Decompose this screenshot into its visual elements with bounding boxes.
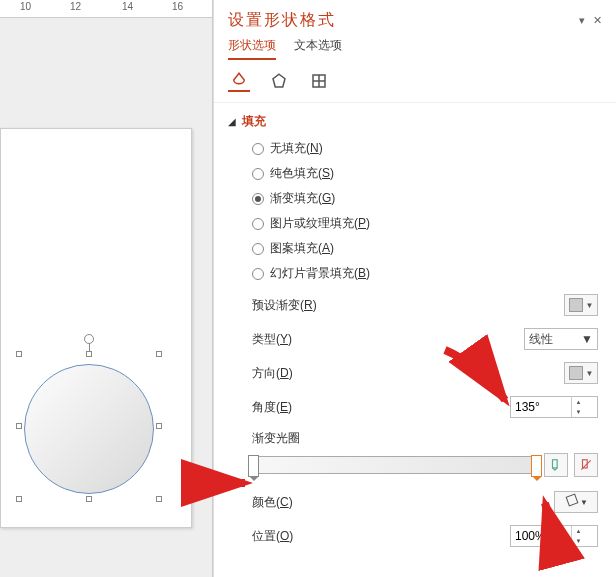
direction-row: 方向(D) ▼ bbox=[252, 362, 598, 384]
position-input[interactable] bbox=[511, 526, 571, 546]
gradient-stop-1[interactable] bbox=[248, 455, 259, 477]
radio-picture-fill[interactable]: 图片或纹理填充(P) bbox=[252, 215, 602, 232]
fill-section-header[interactable]: ◢ 填充 bbox=[214, 103, 616, 136]
position-down-button[interactable]: ▼ bbox=[572, 536, 585, 546]
fill-section-label: 填充 bbox=[242, 113, 266, 130]
gradient-stops-slider[interactable] bbox=[252, 456, 538, 474]
radio-no-fill[interactable]: 无填充(N) bbox=[252, 140, 602, 157]
rotate-handle[interactable] bbox=[84, 334, 94, 344]
selected-shape-bbox[interactable] bbox=[19, 354, 159, 499]
position-up-button[interactable]: ▲ bbox=[572, 526, 585, 536]
option-tabs: 形状选项 文本选项 bbox=[214, 37, 616, 66]
color-row: 颜色(C) ▼ bbox=[252, 491, 598, 513]
paint-bucket-icon bbox=[564, 495, 578, 509]
gradient-type-select[interactable]: 线性▼ bbox=[524, 328, 598, 350]
position-spinner[interactable]: ▲▼ bbox=[510, 525, 598, 547]
category-icon-tabs bbox=[214, 66, 616, 103]
ruler-tick: 10 bbox=[20, 1, 31, 12]
tab-shape-options[interactable]: 形状选项 bbox=[228, 37, 276, 60]
slide-canvas[interactable] bbox=[0, 18, 213, 577]
format-shape-panel: 设置形状格式 ▾ ✕ 形状选项 文本选项 ◢ 填充 无填充(N) 纯色填充(S)… bbox=[213, 0, 616, 577]
gradient-stops-label: 渐变光圈 bbox=[214, 420, 616, 451]
effects-icon[interactable] bbox=[268, 70, 290, 92]
resize-handle-bl[interactable] bbox=[16, 496, 22, 502]
angle-spinner[interactable]: ▲▼ bbox=[510, 396, 598, 418]
fill-radio-group: 无填充(N) 纯色填充(S) 渐变填充(G) 图片或纹理填充(P) 图案填充(A… bbox=[214, 136, 616, 286]
gradient-color-picker[interactable]: ▼ bbox=[554, 491, 598, 513]
preset-gradient-picker[interactable]: ▼ bbox=[564, 294, 598, 316]
radio-gradient-fill[interactable]: 渐变填充(G) bbox=[252, 190, 602, 207]
size-properties-icon[interactable] bbox=[308, 70, 330, 92]
resize-handle-ml[interactable] bbox=[16, 423, 22, 429]
collapse-triangle-icon: ◢ bbox=[228, 116, 236, 127]
angle-input[interactable] bbox=[511, 397, 571, 417]
resize-handle-tr[interactable] bbox=[156, 351, 162, 357]
ruler-tick: 16 bbox=[172, 1, 183, 12]
horizontal-ruler: 10 12 14 16 bbox=[0, 0, 213, 18]
resize-handle-mr[interactable] bbox=[156, 423, 162, 429]
panel-menu-caret-icon[interactable]: ▾ bbox=[579, 14, 585, 27]
radio-slide-bg-fill[interactable]: 幻灯片背景填充(B) bbox=[252, 265, 602, 282]
angle-down-button[interactable]: ▼ bbox=[572, 407, 585, 417]
resize-handle-br[interactable] bbox=[156, 496, 162, 502]
panel-close-icon[interactable]: ✕ bbox=[593, 14, 602, 27]
radio-solid-fill[interactable]: 纯色填充(S) bbox=[252, 165, 602, 182]
resize-handle-bm[interactable] bbox=[86, 496, 92, 502]
position-row: 位置(O) ▲▼ bbox=[252, 525, 598, 547]
add-stop-button[interactable] bbox=[544, 453, 568, 477]
preset-gradient-row: 预设渐变(R) ▼ bbox=[252, 294, 598, 316]
fill-line-icon[interactable] bbox=[228, 70, 250, 92]
remove-stop-button[interactable] bbox=[574, 453, 598, 477]
gradient-direction-picker[interactable]: ▼ bbox=[564, 362, 598, 384]
type-row: 类型(Y) 线性▼ bbox=[252, 328, 598, 350]
tab-text-options[interactable]: 文本选项 bbox=[294, 37, 342, 60]
resize-handle-tm[interactable] bbox=[86, 351, 92, 357]
svg-marker-0 bbox=[273, 74, 285, 87]
ruler-tick: 14 bbox=[122, 1, 133, 12]
angle-row: 角度(E) ▲▼ bbox=[252, 396, 598, 418]
radio-pattern-fill[interactable]: 图案填充(A) bbox=[252, 240, 602, 257]
slide[interactable] bbox=[0, 128, 192, 528]
resize-handle-tl[interactable] bbox=[16, 351, 22, 357]
svg-rect-4 bbox=[553, 460, 558, 468]
ruler-tick: 12 bbox=[70, 1, 81, 12]
angle-up-button[interactable]: ▲ bbox=[572, 397, 585, 407]
panel-title: 设置形状格式 bbox=[228, 10, 336, 31]
circle-shape[interactable] bbox=[24, 364, 154, 494]
gradient-stop-2[interactable] bbox=[531, 455, 542, 477]
